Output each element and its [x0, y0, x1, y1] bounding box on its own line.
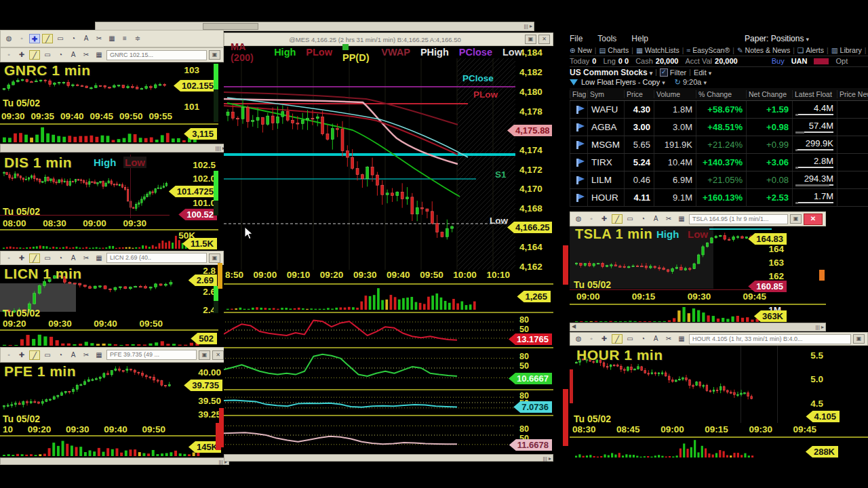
gnrc-hscrollbar[interactable]: |||| ▸	[0, 144, 227, 152]
rect-icon[interactable]: ▭	[42, 50, 53, 60]
legend-item[interactable]: PLow	[306, 47, 332, 58]
hand-icon[interactable]: ◦	[586, 214, 597, 224]
hand-icon[interactable]: ◦	[586, 334, 597, 344]
column-header[interactable]: Flag	[570, 90, 587, 98]
cross-icon[interactable]: ✚	[599, 334, 610, 344]
restore-icon[interactable]: ▣	[209, 253, 220, 263]
rect-icon[interactable]: ▭	[55, 34, 66, 43]
mes-plot-area[interactable]: PClose PLow S1 Low	[224, 58, 515, 270]
list-selector[interactable]: US Common Stocks	[570, 68, 652, 77]
opt-button[interactable]: Opt	[835, 57, 848, 65]
cut-icon[interactable]: ✂	[81, 50, 92, 60]
menu-icon[interactable]: ≡	[119, 34, 130, 43]
scroll-arrow-icon[interactable]: ||| ▸	[543, 455, 551, 463]
filter-toggle[interactable]: Filter	[670, 68, 686, 77]
account-selector[interactable]: Paper: Positions	[745, 34, 809, 43]
restore-icon[interactable]: ▣	[790, 214, 802, 224]
cross-icon[interactable]: ✚	[16, 350, 27, 360]
tsla-hscrollbar[interactable]: ◀ ||| ▸	[570, 323, 826, 331]
clock-icon[interactable]: ◔	[68, 34, 79, 43]
watchlist-row[interactable]: AGBA3.003.0M+48.51%+0.9857.4M	[570, 119, 868, 136]
menu-tools[interactable]: Tools	[597, 34, 616, 43]
grid-icon[interactable]: ▦	[676, 214, 687, 224]
grid-icon[interactable]: ▦	[94, 350, 104, 360]
restore-icon[interactable]: ▣	[853, 334, 865, 344]
column-header[interactable]: Sym	[587, 90, 624, 98]
hand-icon[interactable]: ◦	[16, 34, 27, 43]
clock-icon[interactable]: ◔	[55, 350, 66, 360]
hand-icon[interactable]: ◦	[3, 253, 14, 263]
globe-icon[interactable]: ◍	[3, 34, 14, 43]
text-icon[interactable]: A	[81, 34, 92, 43]
filter-checkbox-icon[interactable]	[660, 68, 668, 77]
cut-icon[interactable]: ✂	[663, 334, 674, 344]
toolbar-alerts[interactable]: ❏Alerts	[797, 46, 824, 54]
menu-help[interactable]: Help	[631, 34, 648, 43]
text-icon[interactable]: A	[68, 50, 79, 60]
clock-icon[interactable]: ◔	[55, 50, 66, 60]
line-icon[interactable]: ╱	[29, 253, 40, 263]
cross-icon[interactable]: ✚	[16, 253, 27, 263]
text-icon[interactable]: A	[650, 334, 661, 344]
legend-item[interactable]: Low	[502, 47, 522, 58]
grid-icon[interactable]: ▦	[676, 334, 687, 344]
mes-hscrollbar[interactable]: ||| ▸	[224, 454, 553, 462]
cut-icon[interactable]: ✂	[94, 34, 104, 43]
tsla-plot-area[interactable]: TSLA 1 min High Low 164.83 164 163 162 1…	[570, 226, 826, 304]
globe-icon[interactable]: ◍	[573, 214, 584, 224]
watchlist-row[interactable]: MSGM5.65191.9K+21.24%+0.99299.9K	[570, 136, 868, 154]
watchlist-header[interactable]: FlagSymPriceVolume% ChangeNet ChangeLate…	[570, 88, 868, 101]
scroll-left-icon[interactable]: ◀	[572, 323, 576, 329]
gnrc-chart-window[interactable]: GNRC 1 min 103 102.155 101 Tu 05/02 09:3…	[0, 62, 218, 142]
dis-vscrollbar[interactable]	[214, 171, 218, 216]
watchlist-row[interactable]: LILM0.466.9M+21.05%+0.08294.3M	[570, 171, 868, 189]
hand-icon[interactable]: ◦	[3, 50, 14, 60]
scroll-thumb[interactable]	[203, 23, 258, 30]
pfe-chart-window[interactable]: PFE 1 min 40.00 39.735 39.50 39.25 Tu 05…	[0, 363, 224, 457]
cross-icon[interactable]: ✚	[29, 34, 40, 43]
grid-icon[interactable]: ▦	[106, 34, 117, 43]
restore-icon[interactable]: ▣	[199, 350, 210, 360]
flag-icon[interactable]	[570, 189, 587, 206]
watchlist-row[interactable]: TIRX5.2410.4M+140.37%+3.062.8M	[570, 154, 868, 171]
scan-name[interactable]: Low Float Flyers - Copy	[581, 78, 665, 86]
grid-icon[interactable]: ▦	[94, 50, 104, 60]
legend-item[interactable]: PP(D)	[342, 41, 371, 63]
scan-time[interactable]: 9:20a	[683, 78, 707, 86]
toolbar-new[interactable]: ⊕New	[570, 46, 592, 54]
cut-icon[interactable]: ✂	[81, 350, 92, 360]
flag-icon[interactable]	[570, 154, 587, 171]
restore-icon[interactable]: ▣	[209, 50, 220, 60]
column-header[interactable]: Volume	[654, 90, 696, 98]
cross-icon[interactable]: ✚	[599, 214, 610, 224]
mes-titlebar[interactable]: @MES 4,166.25 (2 hrs 31 min/1 min) B:4,1…	[224, 33, 553, 46]
hand-icon[interactable]: ◦	[3, 350, 14, 360]
close-icon[interactable]: ✕	[804, 214, 823, 225]
rect-icon[interactable]: ▭	[625, 214, 635, 224]
dis-chart-window[interactable]: DIS 1 min High Low 102.5 102.0 101.4725 …	[0, 155, 218, 249]
rect-icon[interactable]: ▭	[42, 253, 53, 263]
toolbar-charts[interactable]: ▤Charts	[599, 46, 629, 54]
restore-icon[interactable]: ▣	[525, 35, 536, 44]
toolbar-library[interactable]: ▥Library	[831, 46, 862, 54]
buy-button[interactable]: Buy	[772, 57, 785, 65]
grid-icon[interactable]: ▦	[94, 253, 104, 263]
pfe-hscrollbar[interactable]: ||| ▸	[0, 458, 229, 465]
flag-icon[interactable]	[570, 119, 587, 136]
hour-chart-window[interactable]: ◍ ◦✚╱▭◔A✂▦ HOUR 4.105 (1 hr, 33 min/1 mi…	[570, 332, 868, 460]
toolbar-notes-news[interactable]: ✎Notes & News	[737, 46, 790, 54]
line-icon[interactable]: ╱	[612, 334, 623, 344]
more-icon[interactable]: ≑	[132, 34, 143, 43]
legend-item[interactable]: MA (200)	[231, 41, 264, 63]
column-header[interactable]: Price	[624, 90, 654, 98]
flag-icon[interactable]	[570, 136, 587, 153]
refresh-icon[interactable]: ↻	[675, 78, 681, 87]
pfe-window-title[interactable]: PFE 39.735 (49 ...	[106, 350, 197, 360]
tsla-chart-window[interactable]: ◍ ◦✚╱▭◔A✂▦ TSLA 164.95 (1 hr 9 min/1... …	[570, 211, 826, 332]
licn-vscrollbar[interactable]	[214, 286, 218, 313]
gnrc-vscrollbar[interactable]	[214, 64, 218, 122]
column-header[interactable]: Price New Hig	[837, 90, 868, 98]
line-icon[interactable]: ╱	[42, 34, 53, 43]
column-header[interactable]: % Change	[696, 90, 746, 98]
watchlist-row[interactable]: HOUR4.119.1M+160.13%+2.531.7M	[570, 189, 868, 207]
